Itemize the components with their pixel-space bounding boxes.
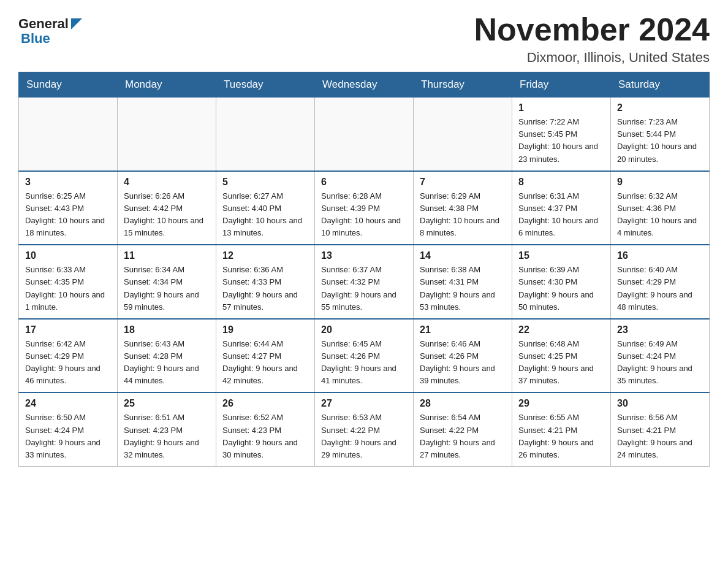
location: Dixmoor, Illinois, United States <box>474 50 710 66</box>
sun-info: Sunrise: 6:26 AMSunset: 4:42 PMDaylight:… <box>124 190 210 240</box>
day-number: 5 <box>222 177 308 188</box>
calendar-cell: 10Sunrise: 6:33 AMSunset: 4:35 PMDayligh… <box>19 245 118 319</box>
sun-info: Sunrise: 6:44 AMSunset: 4:27 PMDaylight:… <box>222 338 308 388</box>
sun-info: Sunrise: 6:51 AMSunset: 4:23 PMDaylight:… <box>124 412 210 461</box>
day-number: 28 <box>420 398 506 409</box>
weekday-header-friday: Friday <box>512 72 611 98</box>
day-number: 19 <box>222 324 308 335</box>
weekday-header-row: SundayMondayTuesdayWednesdayThursdayFrid… <box>19 72 710 98</box>
day-number: 27 <box>321 398 407 409</box>
week-row-5: 24Sunrise: 6:50 AMSunset: 4:24 PMDayligh… <box>19 393 710 466</box>
day-number: 11 <box>124 250 210 261</box>
sun-info: Sunrise: 6:39 AMSunset: 4:30 PMDaylight:… <box>518 264 604 313</box>
day-number: 23 <box>617 324 703 335</box>
day-number: 7 <box>420 177 506 188</box>
day-number: 14 <box>420 250 506 261</box>
calendar-cell: 9Sunrise: 6:32 AMSunset: 4:36 PMDaylight… <box>611 171 710 245</box>
sun-info: Sunrise: 6:43 AMSunset: 4:28 PMDaylight:… <box>124 338 210 388</box>
logo-arrow-icon <box>70 17 83 31</box>
weekday-header-sunday: Sunday <box>19 72 118 98</box>
day-number: 22 <box>518 324 604 335</box>
sun-info: Sunrise: 6:48 AMSunset: 4:25 PMDaylight:… <box>518 338 604 388</box>
sun-info: Sunrise: 6:52 AMSunset: 4:23 PMDaylight:… <box>222 412 308 461</box>
calendar-cell: 3Sunrise: 6:25 AMSunset: 4:43 PMDaylight… <box>19 171 118 245</box>
sun-info: Sunrise: 6:25 AMSunset: 4:43 PMDaylight:… <box>25 190 111 240</box>
sun-info: Sunrise: 6:32 AMSunset: 4:36 PMDaylight:… <box>617 190 703 240</box>
sun-info: Sunrise: 6:31 AMSunset: 4:37 PMDaylight:… <box>518 190 604 240</box>
calendar-cell: 15Sunrise: 6:39 AMSunset: 4:30 PMDayligh… <box>512 245 611 319</box>
sun-info: Sunrise: 6:33 AMSunset: 4:35 PMDaylight:… <box>25 264 111 313</box>
day-number: 15 <box>518 250 604 261</box>
calendar-cell: 11Sunrise: 6:34 AMSunset: 4:34 PMDayligh… <box>118 245 216 319</box>
day-number: 18 <box>124 324 210 335</box>
weekday-header-thursday: Thursday <box>414 72 512 98</box>
calendar-cell: 2Sunrise: 7:23 AMSunset: 5:44 PMDaylight… <box>611 98 710 171</box>
sun-info: Sunrise: 6:55 AMSunset: 4:21 PMDaylight:… <box>518 412 604 461</box>
day-number: 3 <box>25 177 111 188</box>
sun-info: Sunrise: 6:29 AMSunset: 4:38 PMDaylight:… <box>420 190 506 240</box>
day-number: 12 <box>222 250 308 261</box>
sun-info: Sunrise: 6:45 AMSunset: 4:26 PMDaylight:… <box>321 338 407 388</box>
sun-info: Sunrise: 6:36 AMSunset: 4:33 PMDaylight:… <box>222 264 308 313</box>
calendar-cell: 14Sunrise: 6:38 AMSunset: 4:31 PMDayligh… <box>414 245 512 319</box>
sun-info: Sunrise: 6:34 AMSunset: 4:34 PMDaylight:… <box>124 264 210 313</box>
day-number: 25 <box>124 398 210 409</box>
calendar-cell: 30Sunrise: 6:56 AMSunset: 4:21 PMDayligh… <box>611 393 710 466</box>
day-number: 4 <box>124 177 210 188</box>
day-number: 1 <box>518 102 604 113</box>
calendar-cell <box>216 98 315 171</box>
calendar-cell: 28Sunrise: 6:54 AMSunset: 4:22 PMDayligh… <box>414 393 512 466</box>
sun-info: Sunrise: 6:46 AMSunset: 4:26 PMDaylight:… <box>420 338 506 388</box>
sun-info: Sunrise: 7:22 AMSunset: 5:45 PMDaylight:… <box>518 116 604 166</box>
calendar-cell: 20Sunrise: 6:45 AMSunset: 4:26 PMDayligh… <box>315 319 414 393</box>
calendar-cell: 24Sunrise: 6:50 AMSunset: 4:24 PMDayligh… <box>19 393 118 466</box>
calendar-cell: 8Sunrise: 6:31 AMSunset: 4:37 PMDaylight… <box>512 171 611 245</box>
svg-marker-0 <box>71 18 82 29</box>
day-number: 20 <box>321 324 407 335</box>
sun-info: Sunrise: 7:23 AMSunset: 5:44 PMDaylight:… <box>617 116 703 166</box>
week-row-3: 10Sunrise: 6:33 AMSunset: 4:35 PMDayligh… <box>19 245 710 319</box>
calendar-cell <box>315 98 414 171</box>
calendar-cell <box>19 98 118 171</box>
calendar-cell: 27Sunrise: 6:53 AMSunset: 4:22 PMDayligh… <box>315 393 414 466</box>
calendar-cell: 17Sunrise: 6:42 AMSunset: 4:29 PMDayligh… <box>19 319 118 393</box>
sun-info: Sunrise: 6:49 AMSunset: 4:24 PMDaylight:… <box>617 338 703 388</box>
month-title: November 2024 <box>474 12 710 47</box>
logo-blue: Blue <box>21 31 50 47</box>
calendar-cell: 21Sunrise: 6:46 AMSunset: 4:26 PMDayligh… <box>414 319 512 393</box>
weekday-header-wednesday: Wednesday <box>315 72 414 98</box>
day-number: 29 <box>518 398 604 409</box>
day-number: 30 <box>617 398 703 409</box>
calendar-cell: 12Sunrise: 6:36 AMSunset: 4:33 PMDayligh… <box>216 245 315 319</box>
calendar-cell: 1Sunrise: 7:22 AMSunset: 5:45 PMDaylight… <box>512 98 611 171</box>
sun-info: Sunrise: 6:28 AMSunset: 4:39 PMDaylight:… <box>321 190 407 240</box>
sun-info: Sunrise: 6:54 AMSunset: 4:22 PMDaylight:… <box>420 412 506 461</box>
day-number: 10 <box>25 250 111 261</box>
day-number: 17 <box>25 324 111 335</box>
sun-info: Sunrise: 6:27 AMSunset: 4:40 PMDaylight:… <box>222 190 308 240</box>
weekday-header-monday: Monday <box>118 72 216 98</box>
sun-info: Sunrise: 6:37 AMSunset: 4:32 PMDaylight:… <box>321 264 407 313</box>
calendar-cell: 5Sunrise: 6:27 AMSunset: 4:40 PMDaylight… <box>216 171 315 245</box>
day-number: 8 <box>518 177 604 188</box>
logo-general: General <box>18 17 69 31</box>
weekday-header-tuesday: Tuesday <box>216 72 315 98</box>
day-number: 16 <box>617 250 703 261</box>
calendar-cell <box>414 98 512 171</box>
week-row-1: 1Sunrise: 7:22 AMSunset: 5:45 PMDaylight… <box>19 98 710 171</box>
page-header: General Blue November 2024 Dixmoor, Illi… <box>18 12 710 66</box>
calendar-cell: 25Sunrise: 6:51 AMSunset: 4:23 PMDayligh… <box>118 393 216 466</box>
calendar-cell: 18Sunrise: 6:43 AMSunset: 4:28 PMDayligh… <box>118 319 216 393</box>
calendar-cell: 6Sunrise: 6:28 AMSunset: 4:39 PMDaylight… <box>315 171 414 245</box>
day-number: 6 <box>321 177 407 188</box>
calendar-cell: 7Sunrise: 6:29 AMSunset: 4:38 PMDaylight… <box>414 171 512 245</box>
sun-info: Sunrise: 6:38 AMSunset: 4:31 PMDaylight:… <box>420 264 506 313</box>
calendar-cell: 29Sunrise: 6:55 AMSunset: 4:21 PMDayligh… <box>512 393 611 466</box>
sun-info: Sunrise: 6:50 AMSunset: 4:24 PMDaylight:… <box>25 412 111 461</box>
weekday-header-saturday: Saturday <box>611 72 710 98</box>
day-number: 24 <box>25 398 111 409</box>
day-number: 9 <box>617 177 703 188</box>
calendar-cell: 13Sunrise: 6:37 AMSunset: 4:32 PMDayligh… <box>315 245 414 319</box>
sun-info: Sunrise: 6:53 AMSunset: 4:22 PMDaylight:… <box>321 412 407 461</box>
sun-info: Sunrise: 6:40 AMSunset: 4:29 PMDaylight:… <box>617 264 703 313</box>
